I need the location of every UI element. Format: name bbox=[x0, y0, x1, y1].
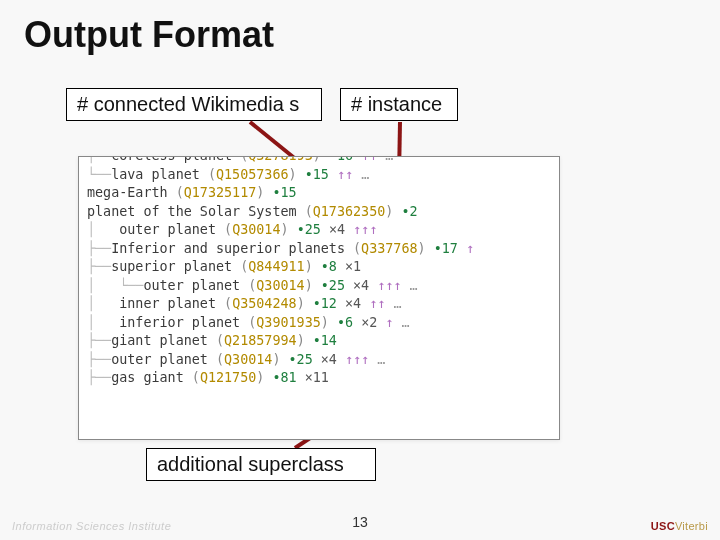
label-instance-count: # instance bbox=[340, 88, 458, 121]
label-connected-wikimedia: # connected Wikimedia s bbox=[66, 88, 322, 121]
footer-usc: USC bbox=[651, 520, 675, 532]
footer-affiliation: Information Sciences Institute bbox=[12, 520, 171, 532]
label-additional-superclass: additional superclass bbox=[146, 448, 376, 481]
footer-viterbi: Viterbi bbox=[675, 520, 708, 532]
tree-output: ├──coreless planet (Q3278193) •16 ↑↑ … └… bbox=[78, 156, 560, 440]
page-number: 13 bbox=[352, 514, 368, 530]
footer-brand: USCViterbi bbox=[651, 520, 708, 532]
slide-title: Output Format bbox=[24, 14, 274, 56]
